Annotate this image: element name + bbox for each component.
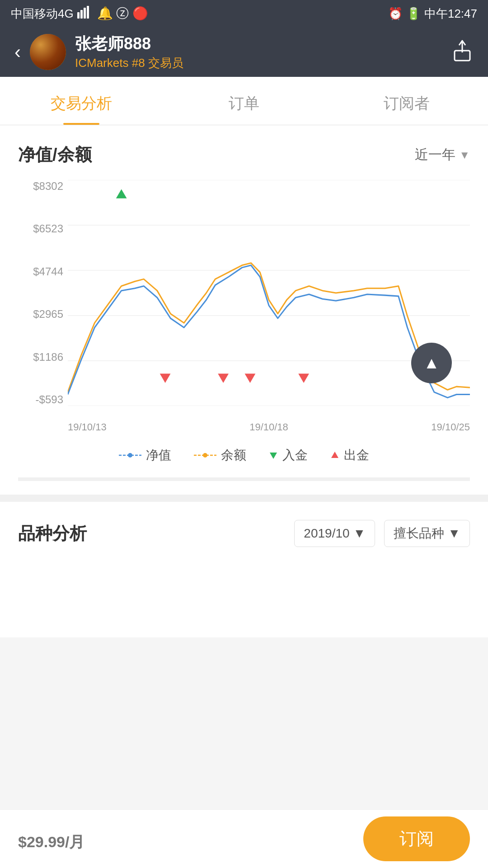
period-selector[interactable]: 近一年 ▼ <box>415 146 470 164</box>
subscribe-button[interactable]: 订阅 <box>363 816 470 861</box>
status-right: ⏰ 🔋 中午12:47 <box>388 6 477 22</box>
variety-section: 品种分析 2019/10 ▼ 擅长品种 ▼ <box>0 502 488 637</box>
legend-withdrawal: 出金 <box>330 447 369 464</box>
tabs-bar: 交易分析 订单 订阅者 <box>0 77 488 125</box>
chart-legend: 净值 余额 入金 出金 <box>18 438 470 481</box>
header-info: 张老师888 ICMarkets #8 交易员 <box>75 33 183 71</box>
svg-marker-17 <box>331 452 338 458</box>
x-label-1: 19/10/18 <box>249 421 288 433</box>
status-left: 中国移动4G 🔔 ⓩ 🔴 <box>11 5 148 22</box>
withdrawal-marker-4 <box>298 374 309 383</box>
time-text: 中午12:47 <box>424 6 477 22</box>
period-select[interactable]: 2019/10 ▼ <box>294 520 375 547</box>
deposit-marker <box>116 189 127 198</box>
y-label-3: $2965 <box>18 308 63 321</box>
chart-svg <box>68 180 470 406</box>
chart-container: $8302 $6523 $4744 $2965 $1186 -$593 <box>18 180 470 433</box>
y-label-0: $8302 <box>18 180 63 193</box>
chart-header: 净值/余额 近一年 ▼ <box>18 143 470 166</box>
notification-icons: 🔔 ⓩ 🔴 <box>97 5 149 22</box>
carrier-text: 中国移动4G <box>11 6 74 22</box>
chart-title: 净值/余额 <box>18 143 92 166</box>
status-bar: 中国移动4G 🔔 ⓩ 🔴 ⏰ 🔋 中午12:47 <box>0 0 488 27</box>
avatar <box>30 34 66 70</box>
chart-section: 净值/余额 近一年 ▼ $8302 $6523 $4744 $2965 $118… <box>0 125 488 495</box>
variety-header: 品种分析 2019/10 ▼ 擅长品种 ▼ <box>18 520 470 547</box>
price-display: $29.99/月 <box>18 826 84 853</box>
chart-wrapper: $8302 $6523 $4744 $2965 $1186 -$593 <box>18 180 470 433</box>
withdrawal-marker-1 <box>160 374 171 383</box>
content: 净值/余额 近一年 ▼ $8302 $6523 $4744 $2965 $118… <box>0 125 488 637</box>
bottom-bar: $29.99/月 订阅 <box>0 809 488 868</box>
user-name: 张老师888 <box>75 33 183 55</box>
y-axis: $8302 $6523 $4744 $2965 $1186 -$593 <box>18 180 63 406</box>
variety-controls: 2019/10 ▼ 擅长品种 ▼ <box>294 520 470 547</box>
variety-title: 品种分析 <box>18 522 87 545</box>
chart-area <box>68 180 470 406</box>
y-label-2: $4744 <box>18 265 63 278</box>
header-left: ‹ 张老师888 ICMarkets #8 交易员 <box>14 33 183 71</box>
svg-rect-2 <box>84 8 86 19</box>
svg-rect-1 <box>80 10 83 19</box>
battery-icon: 🔋 <box>406 7 421 21</box>
withdrawal-marker-2 <box>218 374 229 383</box>
svg-rect-3 <box>87 6 89 19</box>
type-select-chevron: ▼ <box>448 526 460 541</box>
type-select[interactable]: 擅长品种 ▼ <box>384 520 470 547</box>
scroll-up-arrow: ▲ <box>423 354 440 373</box>
share-button[interactable] <box>451 39 474 66</box>
legend-balance: 余额 <box>194 447 246 464</box>
legend-deposit: 入金 <box>269 447 308 464</box>
y-label-1: $6523 <box>18 222 63 235</box>
tab-analysis[interactable]: 交易分析 <box>0 77 163 125</box>
x-axis: 19/10/13 19/10/18 19/10/25 <box>68 408 470 433</box>
y-label-4: $1186 <box>18 351 63 363</box>
svg-point-15 <box>203 453 207 458</box>
svg-point-13 <box>128 453 132 458</box>
withdrawal-marker-3 <box>245 374 256 383</box>
signal-icons <box>77 6 94 22</box>
x-label-0: 19/10/13 <box>68 421 107 433</box>
scroll-up-button[interactable]: ▲ <box>411 343 452 383</box>
header: ‹ 张老师888 ICMarkets #8 交易员 <box>0 27 488 77</box>
svg-rect-0 <box>77 12 80 19</box>
svg-marker-16 <box>270 453 277 459</box>
back-button[interactable]: ‹ <box>14 41 21 63</box>
period-chevron: ▼ <box>459 149 470 161</box>
alarm-icon: ⏰ <box>388 7 403 21</box>
y-label-5: -$593 <box>18 393 63 406</box>
section-divider <box>0 495 488 502</box>
tab-orders[interactable]: 订单 <box>163 77 325 125</box>
broker-info: ICMarkets #8 交易员 <box>75 55 183 71</box>
legend-equity: 净值 <box>119 447 171 464</box>
period-select-chevron: ▼ <box>353 526 366 541</box>
x-label-2: 19/10/25 <box>431 421 470 433</box>
tab-subscribers[interactable]: 订阅者 <box>325 77 488 125</box>
